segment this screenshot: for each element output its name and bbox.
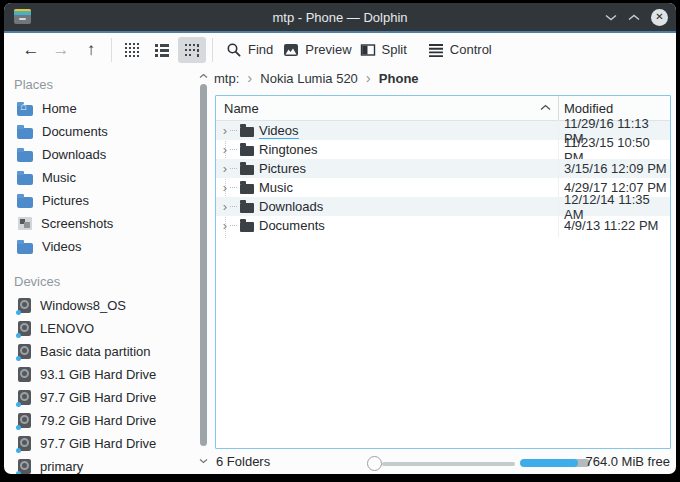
- expand-chevron-icon[interactable]: ›: [220, 162, 230, 175]
- scroll-down-icon[interactable]: [199, 458, 208, 464]
- file-name[interactable]: Downloads: [259, 199, 323, 214]
- close-icon[interactable]: ✕: [651, 9, 668, 26]
- free-space-bar-fill: [520, 459, 578, 467]
- icons-view-icon: [124, 42, 140, 58]
- dolphin-app-icon: [14, 9, 31, 24]
- control-button[interactable]: Control: [428, 42, 492, 58]
- folder-icon: [240, 146, 254, 156]
- hard-drive-icon: [18, 459, 31, 474]
- hard-drive-icon: [18, 367, 31, 382]
- sidebar-item-downloads[interactable]: Downloads: [4, 143, 198, 166]
- maximize-icon[interactable]: [628, 14, 640, 21]
- file-name[interactable]: Videos: [259, 123, 299, 139]
- dolphin-window: mtp - Phone — Dolphin ✕ ← → ↑: [4, 3, 676, 474]
- back-button[interactable]: ←: [16, 40, 46, 60]
- preview-button[interactable]: Preview: [283, 42, 351, 58]
- hard-drive-icon: [18, 390, 31, 405]
- folder-icon: [240, 222, 254, 232]
- split-button[interactable]: Split: [360, 42, 407, 58]
- sidebar-item-music[interactable]: Music: [4, 166, 198, 189]
- images-icon: [18, 217, 32, 230]
- mounted-dot: [16, 448, 21, 453]
- table-row[interactable]: › Pictures 3/15/16 12:09 PM: [216, 159, 670, 178]
- folder-count-label: 6 Folders: [216, 454, 270, 469]
- places-panel: Places ⌂ Home Documents Downloads Music …: [4, 65, 198, 474]
- free-space-label: 764.0 MiB free: [585, 454, 670, 469]
- mounted-dot: [16, 402, 21, 407]
- sidebar-device[interactable]: 97.7 GiB Hard Drive: [4, 386, 198, 409]
- column-divider-faint: [558, 120, 559, 237]
- scroll-up-icon[interactable]: [199, 73, 208, 79]
- expand-chevron-icon[interactable]: ›: [220, 181, 230, 194]
- tree-dash: [230, 168, 237, 169]
- compact-view-button[interactable]: [178, 37, 206, 63]
- sidebar-item-videos[interactable]: Videos: [4, 235, 198, 258]
- tree-dash: [230, 225, 237, 226]
- folder-icon: [240, 203, 254, 213]
- folder-icon: [240, 165, 254, 175]
- table-row[interactable]: › Documents 4/9/13 11:22 PM: [216, 216, 670, 235]
- column-divider[interactable]: [558, 96, 559, 120]
- icons-view-button[interactable]: [118, 37, 146, 63]
- file-name[interactable]: Documents: [259, 218, 325, 233]
- details-view-button[interactable]: [148, 37, 176, 63]
- sidebar-item-screenshots[interactable]: Screenshots: [4, 212, 198, 235]
- folder-icon: [17, 128, 33, 139]
- sidebar-item-documents[interactable]: Documents: [4, 120, 198, 143]
- chevron-right-icon: ›: [366, 70, 371, 85]
- breadcrumb-current[interactable]: Phone: [379, 71, 419, 86]
- file-list: › Videos 11/29/16 11:13 PM › Ringtones 1…: [216, 121, 670, 235]
- sidebar-device[interactable]: 97.7 GiB Hard Drive: [4, 432, 198, 455]
- toolbar: ← → ↑: [4, 33, 676, 66]
- find-button[interactable]: Find: [226, 42, 273, 58]
- file-name[interactable]: Ringtones: [259, 142, 318, 157]
- column-header-modified[interactable]: Modified: [564, 101, 613, 116]
- sidebar-device[interactable]: Windows8_OS: [4, 294, 198, 317]
- file-modified: 3/15/16 12:09 PM: [564, 161, 667, 176]
- file-name[interactable]: Music: [259, 180, 293, 195]
- places-section-title: Places: [14, 77, 198, 93]
- image-preview-icon: [283, 42, 299, 58]
- mounted-dot: [16, 310, 21, 315]
- toolbar-separator: [111, 38, 112, 62]
- up-button[interactable]: ↑: [76, 40, 106, 60]
- table-row[interactable]: › Downloads 12/12/14 11:35 AM: [216, 197, 670, 216]
- titlebar[interactable]: mtp - Phone — Dolphin ✕: [4, 3, 676, 33]
- table-row[interactable]: › Ringtones 11/23/15 10:50 PM: [216, 140, 670, 159]
- zoom-slider-handle[interactable]: [367, 456, 382, 471]
- breadcrumb-root[interactable]: mtp:: [214, 71, 239, 86]
- folder-icon: [240, 127, 254, 137]
- sidebar-scrollbar-thumb[interactable]: [200, 84, 207, 446]
- devices-section-title: Devices: [14, 274, 198, 290]
- hamburger-menu-icon: [428, 42, 444, 58]
- sidebar-item-pictures[interactable]: Pictures: [4, 189, 198, 212]
- breadcrumb-device[interactable]: Nokia Lumia 520: [260, 71, 358, 86]
- expand-chevron-icon[interactable]: ›: [220, 124, 230, 137]
- expand-chevron-icon[interactable]: ›: [220, 143, 230, 156]
- sidebar-device[interactable]: 93.1 GiB Hard Drive: [4, 363, 198, 386]
- search-icon: [226, 42, 242, 58]
- details-view-icon: [154, 42, 170, 58]
- file-name[interactable]: Pictures: [259, 161, 306, 176]
- column-header-name[interactable]: Name: [224, 101, 259, 116]
- expand-chevron-icon[interactable]: ›: [220, 219, 230, 232]
- sidebar-device[interactable]: 79.2 GiB Hard Drive: [4, 409, 198, 432]
- window-title: mtp - Phone — Dolphin: [4, 10, 676, 25]
- folder-icon: [17, 151, 33, 162]
- minimize-icon[interactable]: [605, 14, 617, 21]
- sidebar-device[interactable]: LENOVO: [4, 317, 198, 340]
- mounted-dot: [16, 333, 21, 338]
- sidebar-device[interactable]: primary: [4, 455, 198, 474]
- sidebar-item-home[interactable]: ⌂ Home: [4, 97, 198, 120]
- sidebar-device[interactable]: Basic data partition: [4, 340, 198, 363]
- forward-button[interactable]: →: [46, 40, 76, 60]
- toolbar-separator: [212, 38, 213, 62]
- file-modified: 4/9/13 11:22 PM: [564, 218, 658, 233]
- folder-home-icon: ⌂: [17, 105, 33, 116]
- zoom-slider-track[interactable]: [382, 462, 515, 466]
- expand-chevron-icon[interactable]: ›: [220, 200, 230, 213]
- tree-dash: [230, 206, 237, 207]
- tree-dash: [230, 130, 237, 131]
- screen: mtp - Phone — Dolphin ✕ ← → ↑: [0, 0, 680, 482]
- chevron-right-icon: ›: [247, 70, 252, 85]
